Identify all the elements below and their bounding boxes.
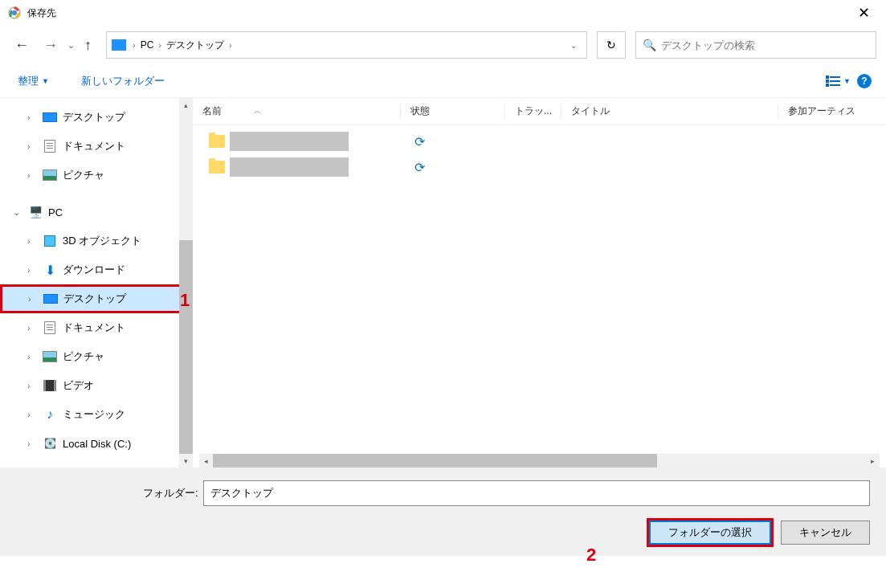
search-box[interactable]: 🔍 [635,31,876,59]
disk-icon: 💽 [42,437,58,450]
column-headers: 名前︿ 状態 トラッ... タイトル 参加アーティス [193,98,886,125]
file-row[interactable]: ⟳ [193,129,886,154]
sidebar-item-music[interactable]: › ♪ ミュージック [0,400,193,429]
folder-icon [209,135,225,148]
sidebar-item-desktop[interactable]: › デスクトップ [0,284,193,313]
nav-forward-button[interactable]: → [39,34,63,57]
sidebar-item-downloads[interactable]: › ⬇ ダウンロード [0,255,193,284]
refresh-button[interactable]: ↻ [597,31,626,59]
scroll-right-button[interactable]: ▸ [866,454,880,468]
new-folder-button[interactable]: 新しいフォルダー [78,71,168,92]
cube-icon [42,235,58,247]
column-header-artist[interactable]: 参加アーティス [778,104,886,118]
sidebar-item-pictures-quick[interactable]: › ピクチャ [0,161,193,190]
breadcrumb-pc[interactable]: PC [137,39,157,51]
sidebar-item-label: デスクトップ [63,292,126,306]
select-folder-button[interactable]: フォルダーの選択 [649,521,771,545]
button-row: フォルダーの選択 キャンセル [16,521,870,545]
main-area: › デスクトップ › ドキュメント › ピクチャ ⌄ 🖥️ PC › [0,98,886,468]
expander-icon[interactable]: › [27,381,37,390]
nav-back-button[interactable]: ← [10,34,34,57]
horizontal-scrollbar[interactable]: ◂ ▸ [199,454,880,468]
help-button[interactable]: ? [857,74,872,88]
sidebar-item-documents-quick[interactable]: › ドキュメント [0,132,193,161]
sidebar-item-label: ピクチャ [63,349,104,364]
redacted-name [230,157,349,177]
search-icon: 🔍 [643,39,656,51]
folder-name-input[interactable] [203,480,870,506]
svg-point-1 [12,10,17,15]
svg-rect-5 [830,76,840,78]
titlebar: 保存先 ✕ [0,0,886,26]
collapse-icon[interactable]: ⌄ [13,207,22,218]
expander-icon[interactable]: › [27,112,37,122]
sidebar-item-localdisk[interactable]: › 💽 Local Disk (C:) [0,429,193,458]
sidebar-item-desktop-quick[interactable]: › デスクトップ [0,103,193,132]
search-input[interactable] [661,39,869,51]
sidebar-item-videos[interactable]: › ビデオ [0,371,193,400]
folder-name-row: フォルダー: [16,480,870,506]
sidebar-item-pictures[interactable]: › ピクチャ [0,342,193,371]
expander-icon[interactable]: › [27,410,37,419]
sync-icon: ⟳ [414,134,425,149]
sidebar-item-label: ビデオ [63,378,94,393]
download-icon: ⬇ [42,263,58,276]
sidebar-item-3d-objects[interactable]: › 3D オブジェクト [0,227,193,255]
expander-icon[interactable]: › [27,352,37,361]
sidebar: › デスクトップ › ドキュメント › ピクチャ ⌄ 🖥️ PC › [0,98,193,468]
video-icon [42,379,58,392]
expander-icon[interactable]: › [27,265,37,275]
column-header-name[interactable]: 名前︿ [193,104,400,118]
expander-icon[interactable]: › [27,439,37,448]
svg-rect-6 [830,80,840,82]
app-icon [8,6,21,19]
nav-up-button[interactable]: ↑ [80,34,96,57]
address-bar[interactable]: › PC › デスクトップ › ⌄ [106,31,587,59]
breadcrumb-sep-icon[interactable]: › [157,40,163,50]
scroll-down-button[interactable]: ▾ [179,454,193,468]
sidebar-item-documents[interactable]: › ドキュメント [0,313,193,342]
expander-icon[interactable]: › [27,170,37,180]
sidebar-item-label: Local Disk (C:) [63,438,131,450]
expander-icon[interactable]: › [27,141,37,151]
folder-icon [209,161,225,174]
view-menu[interactable]: ▼ [826,76,851,87]
sync-icon: ⟳ [414,160,425,175]
expander-icon[interactable]: › [28,294,38,304]
column-header-status[interactable]: 状態 [400,104,504,118]
document-icon [42,321,58,334]
organize-menu[interactable]: 整理▼ [14,71,52,92]
sidebar-item-pc[interactable]: ⌄ 🖥️ PC [0,198,193,227]
breadcrumb-desktop[interactable]: デスクトップ [163,39,227,52]
expander-icon[interactable]: › [27,323,37,333]
column-header-track[interactable]: トラッ... [504,104,561,118]
cancel-button[interactable]: キャンセル [781,521,870,545]
chevron-down-icon: ▼ [42,77,49,85]
file-row[interactable]: ⟳ [193,154,886,180]
column-header-title[interactable]: タイトル [561,104,778,118]
sidebar-item-label: PC [48,206,63,218]
sidebar-item-label: ダウンロード [63,263,125,277]
close-button[interactable]: ✕ [850,1,878,25]
scrollbar-track[interactable] [213,454,866,468]
scroll-up-button[interactable]: ▴ [179,98,193,112]
sidebar-scrollbar[interactable]: ▴ ▾ [179,98,193,468]
breadcrumb-sep-icon[interactable]: › [131,40,137,50]
navbar: ← → ⌄ ↑ › PC › デスクトップ › ⌄ ↻ 🔍 [0,26,886,64]
sidebar-item-label: デスクトップ [63,110,125,125]
scrollbar-thumb[interactable] [179,240,193,465]
scroll-left-button[interactable]: ◂ [199,454,213,468]
scrollbar-thumb[interactable] [213,454,657,468]
redacted-name [230,132,349,151]
scrollbar-track[interactable] [179,112,193,454]
window-title: 保存先 [27,6,56,20]
breadcrumb-sep-icon[interactable]: › [227,40,234,50]
address-dropdown-icon[interactable]: ⌄ [565,41,582,50]
sidebar-item-label: ドキュメント [63,321,125,335]
nav-history-dropdown[interactable]: ⌄ [67,40,75,51]
expander-icon[interactable]: › [27,236,37,246]
toolbar: 整理▼ 新しいフォルダー ▼ ? [0,64,886,98]
pc-icon: 🖥️ [27,206,43,218]
pc-icon [112,39,126,51]
svg-rect-7 [830,84,840,86]
